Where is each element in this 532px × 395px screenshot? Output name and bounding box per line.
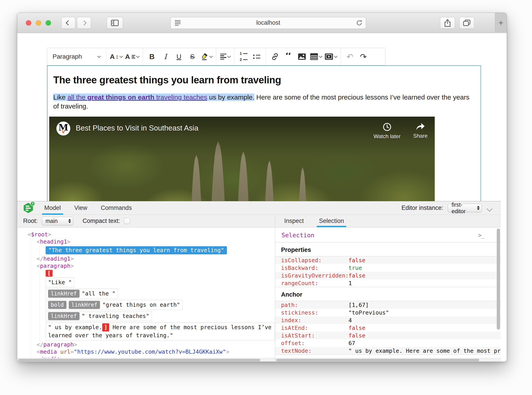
version-badge: 5 — [30, 201, 35, 206]
model-tree-line[interactable]: [ — [46, 270, 275, 277]
property-value: 1 — [348, 280, 501, 286]
show-all-tabs-button[interactable] — [460, 17, 474, 29]
embedded-video[interactable]: M v Best Places to Visit in Southeast As… — [49, 117, 435, 201]
media-icon — [325, 53, 333, 60]
toolbar-separator — [234, 48, 234, 65]
editor-editable-area[interactable]: The three greatest things you learn from… — [47, 65, 481, 201]
link-bold-text[interactable]: great things on earth — [88, 93, 154, 101]
highlight-button[interactable] — [199, 49, 214, 64]
fullscreen-button[interactable] — [46, 20, 51, 26]
text-segment: " traveling teaches" — [82, 313, 149, 319]
property-row: path:[1,67] — [275, 301, 501, 309]
font-family-button[interactable]: A — [124, 49, 141, 64]
bold-button[interactable]: B — [145, 49, 159, 64]
close-button[interactable] — [26, 20, 31, 26]
tab-model[interactable]: Model — [43, 201, 62, 215]
text-segment: "Like " — [48, 279, 72, 285]
text-alignment-button[interactable] — [218, 49, 232, 64]
property-value: false — [348, 325, 501, 331]
block-quote-button[interactable]: “ — [282, 49, 295, 64]
new-tab-button[interactable]: + — [495, 13, 507, 33]
address-bar[interactable]: localhost — [170, 17, 366, 29]
insert-media-button[interactable] — [323, 49, 338, 64]
bulleted-list-button[interactable] — [250, 49, 263, 64]
redo-button[interactable]: ↷ — [356, 49, 370, 64]
editor-instance-select[interactable]: first-editor — [448, 204, 482, 212]
text-node-box[interactable]: " us by example.] Here are some of the m… — [46, 322, 275, 340]
scrollbar-thumb[interactable] — [18, 359, 260, 361]
undo-button[interactable]: ↶ — [343, 49, 356, 64]
section-title: Anchor — [275, 287, 501, 301]
collapse-inspector-button[interactable] — [486, 206, 493, 210]
strikethrough-button[interactable]: S — [186, 49, 199, 64]
refresh-button[interactable] — [356, 20, 363, 26]
video-title[interactable]: Best Places to Visit in Southeast Asia — [76, 124, 198, 132]
link-button[interactable] — [268, 49, 282, 64]
tab-view[interactable]: View — [73, 201, 89, 215]
text-node-box[interactable]: boldlinkHref"great things on earth" — [46, 300, 183, 310]
model-tree-line[interactable]: boldlinkHref"great things on earth" — [46, 300, 275, 310]
back-button[interactable] — [61, 17, 75, 29]
quote-icon: “ — [285, 53, 292, 60]
forward-icon — [82, 20, 87, 25]
numbered-list-button[interactable]: 1 2 — [236, 49, 250, 64]
model-tree-line[interactable]: <media url="https://www.youtube.com/watc… — [37, 348, 275, 355]
image-icon — [298, 53, 306, 60]
vertical-scrollbar[interactable] — [497, 229, 500, 357]
browser-chrome: localhost — [17, 13, 507, 33]
watch-later-button[interactable]: Watch later — [373, 122, 400, 140]
reader-icon[interactable] — [175, 20, 181, 26]
link-text[interactable]: traveling teaches — [154, 93, 207, 101]
bold-icon: B — [149, 53, 154, 61]
text-node-box[interactable]: "Like " — [46, 278, 74, 287]
text-node-box[interactable]: linkHref"all the " — [46, 289, 118, 299]
insert-image-button[interactable] — [295, 49, 309, 64]
scrollbar-thumb[interactable] — [497, 229, 500, 330]
link-text[interactable]: all the — [67, 93, 87, 101]
sidebar-toggle-button[interactable] — [107, 17, 123, 29]
selected-text-node[interactable]: "The three greatest things you learn fro… — [46, 246, 227, 254]
font-size-button[interactable]: A↕ — [109, 49, 124, 64]
log-to-console-button[interactable]: >_ — [478, 232, 484, 239]
tab-inspect[interactable]: Inspect — [283, 214, 305, 227]
model-tree-line[interactable]: linkHref" traveling teaches" — [46, 311, 275, 322]
tab-selection[interactable]: Selection — [318, 214, 345, 227]
italic-button[interactable]: I — [159, 49, 172, 64]
model-tree-line[interactable]: "The three greatest things you learn fro… — [46, 246, 275, 255]
selection-panel-header: Selection >_ — [275, 228, 501, 242]
root-select[interactable]: main — [42, 217, 73, 225]
compact-text-checkbox[interactable] — [124, 218, 130, 224]
model-tree-line[interactable]: <$root> — [28, 231, 275, 238]
minimize-button[interactable] — [36, 20, 41, 26]
editor-toolbar: Paragraph A↕ A B I U S — [47, 48, 385, 65]
horizontal-scrollbar[interactable] — [275, 358, 501, 362]
redo-icon: ↷ — [360, 52, 367, 61]
text-node-box[interactable]: linkHref" traveling teaches" — [46, 311, 152, 321]
paragraph-format-dropdown[interactable]: Paragraph — [49, 49, 104, 64]
insert-table-button[interactable] — [309, 49, 323, 64]
model-tree-line[interactable]: " us by example.] Here are some of the m… — [46, 322, 275, 341]
property-row: rangeCount:1 — [275, 279, 501, 287]
share-button[interactable] — [440, 17, 455, 29]
inspector-tabs: Model View Commands — [43, 201, 144, 215]
model-tree-line[interactable]: </heading1> — [37, 255, 275, 262]
property-value: [1,67] — [348, 302, 501, 308]
property-value: 67 — [348, 340, 501, 346]
channel-avatar[interactable]: M v — [56, 121, 70, 136]
properties-table: path:[1,67]stickiness:"toPrevious"index:… — [275, 301, 501, 355]
underline-button[interactable]: U — [172, 49, 186, 64]
forward-button[interactable] — [77, 17, 91, 29]
model-tag: heading1 — [43, 255, 70, 262]
model-tree-line[interactable]: <heading1> — [37, 238, 275, 245]
horizontal-scrollbar[interactable] — [17, 358, 275, 362]
property-row: isAtStart:false — [275, 332, 501, 339]
model-tree-line[interactable]: <paragraph> — [37, 263, 275, 269]
model-tree-line[interactable]: linkHref"all the " — [46, 288, 275, 299]
page-content: Paragraph A↕ A B I U S — [17, 33, 507, 362]
scrollbar-thumb[interactable] — [276, 359, 479, 361]
toolbar-separator — [340, 48, 341, 65]
tab-commands[interactable]: Commands — [99, 201, 133, 215]
video-share-button[interactable]: Share — [413, 122, 428, 140]
model-tree-line[interactable]: </paragraph> — [37, 341, 275, 348]
model-tree-line[interactable]: "Like " — [46, 277, 275, 288]
